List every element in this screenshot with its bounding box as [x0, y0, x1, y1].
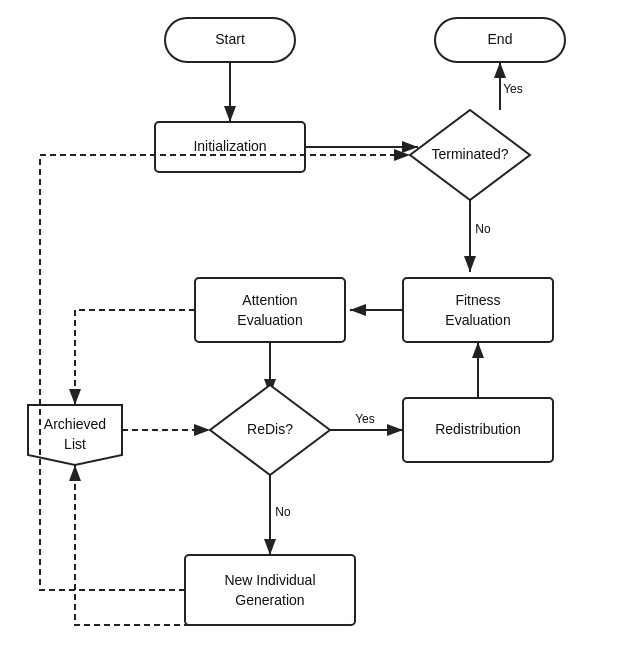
new-individual-label2: Generation	[235, 592, 304, 608]
new-individual-node	[185, 555, 355, 625]
fitness-eval-label2: Evaluation	[445, 312, 510, 328]
no-redis-label: No	[275, 505, 291, 519]
end-label: End	[488, 31, 513, 47]
initialization-label: Initialization	[193, 138, 266, 154]
archived-list-label2: List	[64, 436, 86, 452]
attention-eval-label2: Evaluation	[237, 312, 302, 328]
redis-label: ReDis?	[247, 421, 293, 437]
yes-redis-label: Yes	[355, 412, 375, 426]
archived-list-label1: Archieved	[44, 416, 106, 432]
start-label: Start	[215, 31, 245, 47]
no-right-label: No	[475, 222, 491, 236]
redistribution-label: Redistribution	[435, 421, 521, 437]
dashed-newgen-back	[40, 155, 410, 590]
fitness-eval-node	[403, 278, 553, 342]
fitness-eval-label1: Fitness	[455, 292, 500, 308]
attention-eval-node	[195, 278, 345, 342]
terminated-label: Terminated?	[431, 146, 508, 162]
attention-eval-label1: Attention	[242, 292, 297, 308]
new-individual-label1: New Individual	[224, 572, 315, 588]
dashed-attention-archived	[75, 310, 195, 405]
yes-top-label: Yes	[503, 82, 523, 96]
